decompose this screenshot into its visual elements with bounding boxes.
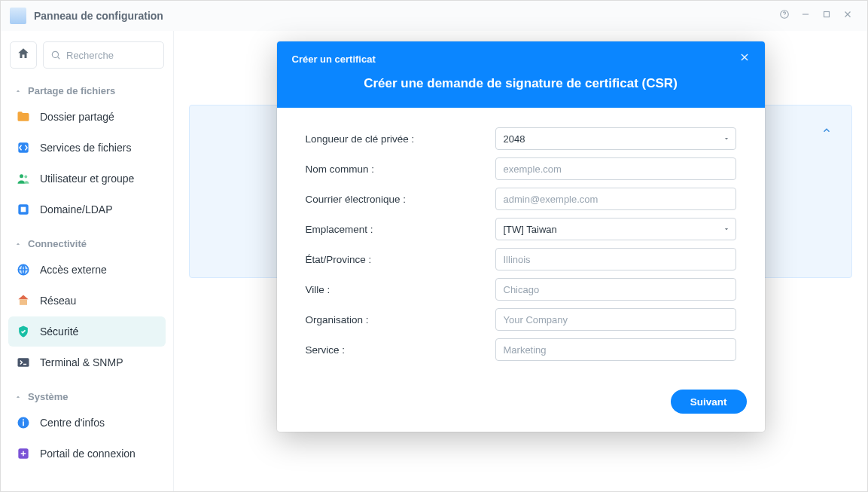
search-input[interactable] — [43, 41, 164, 69]
sidebar-item-label: Domaine/LDAP — [40, 203, 113, 215]
sidebar-item-domain-ldap[interactable]: Domaine/LDAP — [8, 194, 166, 225]
window-title: Panneau de configuration — [34, 10, 163, 22]
shield-icon — [16, 324, 31, 339]
svg-rect-14 — [20, 299, 27, 305]
domain-icon — [16, 202, 31, 217]
minimize-icon — [800, 9, 811, 23]
location-select[interactable]: [TW] Taiwan — [495, 218, 736, 240]
titlebar: Panneau de configuration — [1, 1, 867, 31]
label-city: Ville : — [306, 284, 495, 295]
chevron-down-icon — [14, 238, 22, 249]
globe-icon — [16, 262, 31, 277]
search-icon — [50, 50, 61, 60]
key-length-select[interactable]: 2048 — [495, 127, 736, 150]
svg-point-18 — [23, 419, 24, 420]
maximize-icon — [821, 9, 832, 23]
label-org: Organisation : — [306, 314, 495, 325]
svg-point-6 — [52, 51, 58, 57]
app-icon — [10, 8, 26, 24]
organisation-input[interactable] — [495, 308, 736, 331]
sidebar-item-info-center[interactable]: Centre d'infos — [8, 408, 166, 438]
svg-rect-12 — [21, 207, 26, 212]
file-services-icon — [16, 140, 31, 155]
sidebar-item-label: Dossier partagé — [40, 111, 114, 123]
common-name-input[interactable] — [495, 157, 736, 180]
sidebar-item-label: Accès externe — [40, 264, 107, 276]
next-button[interactable]: Suivant — [671, 390, 747, 414]
home-button[interactable] — [10, 41, 37, 69]
sidebar-item-label: Réseau — [40, 295, 76, 307]
close-icon — [842, 9, 853, 23]
minimize-button[interactable] — [795, 5, 816, 26]
city-input[interactable] — [495, 278, 736, 301]
search-wrap — [43, 41, 164, 69]
modal-footer: Suivant — [277, 376, 765, 432]
network-icon — [16, 293, 31, 308]
chevron-down-icon — [14, 85, 22, 96]
close-icon — [739, 52, 750, 65]
svg-rect-3 — [824, 12, 830, 17]
section-header-connectivity[interactable]: Connectivité — [7, 234, 167, 254]
label-email: Courrier électronique : — [306, 194, 495, 205]
terminal-icon — [16, 355, 31, 370]
sidebar-item-label: Sécurité — [40, 325, 78, 338]
sidebar-item-terminal-snmp[interactable]: Terminal & SNMP — [8, 347, 166, 377]
help-button[interactable] — [774, 5, 795, 26]
email-input[interactable] — [495, 188, 736, 210]
sidebar-item-shared-folder[interactable]: Dossier partagé — [8, 102, 166, 132]
sidebar-item-file-services[interactable]: Services de fichiers — [8, 133, 166, 163]
sidebar-item-label: Terminal & SNMP — [40, 356, 123, 368]
section-label: Partage de fichiers — [28, 85, 115, 96]
chevron-down-icon — [14, 391, 22, 402]
state-input[interactable] — [495, 248, 736, 270]
label-key-length: Longueur de clé privée : — [306, 133, 495, 145]
label-dept: Service : — [306, 344, 495, 356]
sidebar-item-login-portal[interactable]: Portail de connexion — [8, 439, 166, 469]
modal-close-button[interactable] — [739, 52, 750, 66]
label-state: État/Province : — [306, 254, 495, 265]
svg-point-1 — [784, 16, 785, 17]
svg-point-9 — [20, 174, 23, 178]
create-certificate-modal: Créer un certificat Créer une demande de… — [277, 41, 765, 432]
help-icon — [779, 9, 790, 23]
svg-line-7 — [58, 57, 60, 60]
sidebar-item-network[interactable]: Réseau — [8, 286, 166, 316]
modal-title-small: Créer un certificat — [292, 53, 376, 65]
sidebar-item-security[interactable]: Sécurité — [8, 316, 166, 347]
sidebar-item-label: Portail de connexion — [40, 448, 136, 460]
modal-title-big: Créer une demande de signature de certif… — [277, 72, 765, 108]
section-label: Système — [28, 391, 68, 402]
section-label: Connectivité — [28, 238, 87, 249]
svg-point-10 — [24, 176, 27, 179]
close-window-button[interactable] — [837, 5, 858, 26]
sidebar-item-label: Centre d'infos — [40, 417, 105, 429]
portal-icon — [16, 446, 31, 461]
section-header-files[interactable]: Partage de fichiers — [7, 81, 167, 101]
label-common-name: Nom commun : — [306, 163, 495, 175]
sidebar-item-label: Services de fichiers — [40, 142, 131, 154]
maximize-button[interactable] — [816, 5, 837, 26]
sidebar-item-label: Utilisateur et groupe — [40, 173, 134, 185]
modal-body: Longueur de clé privée : 2048 Nom commun… — [277, 108, 765, 376]
modal-header: Créer un certificat Créer une demande de… — [277, 41, 765, 108]
sidebar: Partage de fichiers Dossier partagé Serv… — [1, 31, 174, 491]
info-icon — [16, 415, 31, 430]
main: ynology Drive erver-dovecot, Créer un ce… — [174, 31, 867, 491]
folder-icon — [16, 109, 31, 124]
svg-rect-15 — [18, 358, 29, 367]
modal-overlay: Créer un certificat Créer une demande de… — [174, 31, 867, 491]
sidebar-item-user-group[interactable]: Utilisateur et groupe — [8, 163, 166, 194]
sidebar-item-external-access[interactable]: Accès externe — [8, 255, 166, 285]
label-location: Emplacement : — [306, 224, 495, 235]
section-header-system[interactable]: Système — [7, 387, 167, 407]
home-icon — [17, 47, 30, 63]
users-icon — [16, 171, 31, 186]
department-input[interactable] — [495, 338, 736, 361]
svg-rect-17 — [23, 421, 24, 426]
